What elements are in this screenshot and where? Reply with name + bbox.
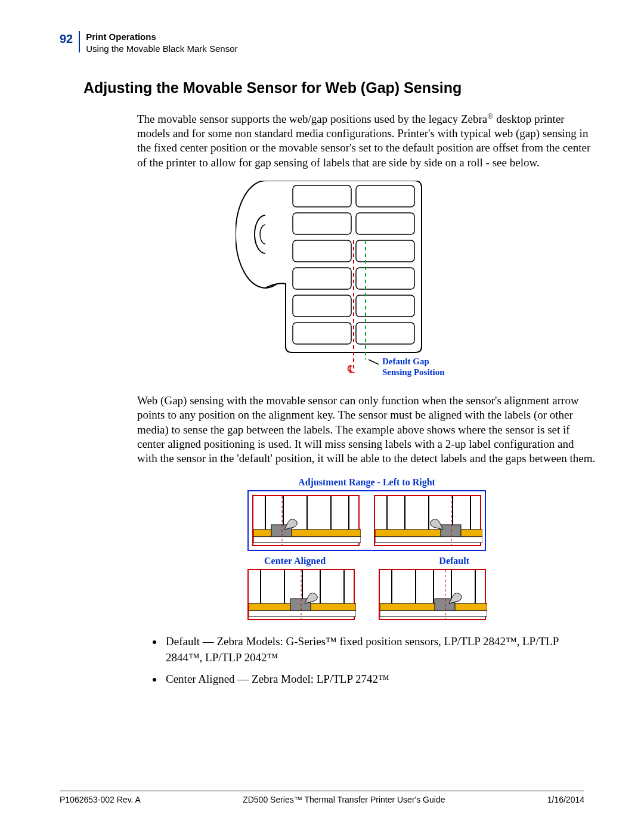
page-heading: Adjusting the Movable Sensor for Web (Ga… [83, 79, 584, 97]
range-tile-left [252, 495, 360, 546]
registered-mark: ® [487, 112, 493, 120]
bullet-center-aligned: Center Aligned — Zebra Model: LP/TLP 274… [163, 671, 584, 688]
page-footer: P1062653-002 Rev. A ZD500 Series™ Therma… [60, 791, 584, 804]
sensor-svg-right [375, 496, 482, 547]
page-header: 92 Print Operations Using the Movable Bl… [60, 31, 584, 55]
adjustment-range-figure: Adjustment Range - Left to Right [137, 477, 596, 620]
header-titles: Print Operations Using the Movable Black… [86, 31, 237, 55]
page-number: 92 [60, 31, 73, 47]
svg-text:Default Gap
      Sensing Posi: Default Gap Sensing Position [382, 357, 445, 377]
bullet-default: Default — Zebra Models: G-Series™ fixed … [163, 633, 584, 666]
tile-default [379, 569, 486, 620]
svg-rect-35 [441, 525, 461, 537]
header-divider [79, 31, 80, 52]
range-top-caption: Adjustment Range - Left to Right [247, 477, 486, 488]
caption-default: Default [439, 556, 469, 566]
callout-line1: Default Gap [382, 357, 429, 366]
explanation-paragraph: Web (Gap) sensing with the movable senso… [137, 394, 596, 466]
section-title: Print Operations [86, 31, 237, 43]
tile-center-aligned [247, 569, 355, 620]
label-roll-svg: ℄ Default Gap Sensing Position [236, 181, 498, 380]
model-list: Default — Zebra Models: G-Series™ fixed … [149, 633, 584, 688]
range-tile-right [374, 495, 481, 546]
footer-right: 1/16/2014 [547, 795, 584, 804]
svg-rect-20 [253, 537, 361, 543]
svg-rect-47 [380, 611, 487, 617]
centerline-symbol: ℄ [347, 363, 355, 375]
caption-center-aligned: Center Aligned [264, 556, 326, 566]
svg-rect-38 [249, 611, 356, 617]
para1-part-a: The movable sensor supports the web/gap … [137, 113, 487, 125]
svg-rect-29 [375, 537, 482, 543]
svg-rect-28 [375, 529, 482, 537]
svg-rect-46 [380, 603, 487, 611]
range-top-row [247, 490, 486, 551]
subsection-title: Using the Movable Black Mark Sensor [86, 43, 237, 55]
label-roll-figure: ℄ Default Gap Sensing Position [137, 181, 596, 380]
callout-line2: Sensing Position [382, 367, 445, 377]
svg-line-17 [369, 360, 379, 364]
footer-center: ZD500 Series™ Thermal Transfer Printer U… [243, 795, 445, 804]
intro-paragraph: The movable sensor supports the web/gap … [137, 111, 596, 171]
range-bottom-row [247, 569, 486, 620]
sensor-svg-left [253, 496, 361, 547]
footer-left: P1062653-002 Rev. A [60, 795, 141, 804]
svg-rect-19 [253, 529, 361, 537]
